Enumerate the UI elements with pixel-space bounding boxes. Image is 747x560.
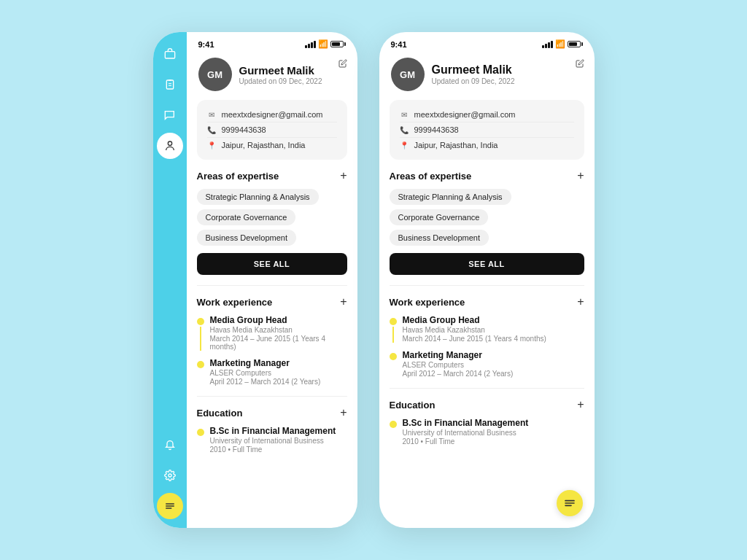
sidebar-bottom [157, 432, 183, 519]
fab-button-right[interactable] [557, 490, 583, 516]
signal-bar-r1 [542, 45, 544, 48]
edu-add-left[interactable]: + [340, 407, 347, 419]
see-all-btn-right[interactable]: SEE ALL [390, 253, 584, 275]
sidebar [153, 32, 187, 528]
phone-right: 9:41 📶 GM Gurm [379, 32, 595, 528]
edu-title-left: Education [197, 408, 243, 419]
exp-dot-col-0-left [197, 315, 204, 351]
main-content-right: 9:41 📶 GM Gurm [379, 32, 595, 528]
exp-line-0-right [392, 327, 394, 343]
svg-rect-1 [166, 80, 173, 89]
exp-duration-1-left: April 2012 – March 2014 (2 Years) [210, 378, 347, 386]
signal-bar-2 [308, 44, 310, 48]
see-all-btn-left[interactable]: SEE ALL [197, 253, 347, 275]
expertise-section-right: Areas of expertise + Strategic Planning … [379, 170, 595, 275]
exp-company-1-left: ALSER Computers [210, 369, 347, 377]
battery-icon-right [568, 41, 583, 47]
email-icon-left: ✉ [207, 111, 216, 119]
signal-bar-r4 [551, 41, 553, 48]
edit-icon-right[interactable] [576, 59, 584, 70]
exp-duration-1-right: April 2012 – March 2014 (2 Years) [403, 370, 584, 378]
exp-title-1-right: Marketing Manager [403, 350, 584, 360]
exp-dot-1-left [197, 361, 204, 368]
edu-year-0-right: 2010 • Full Time [403, 438, 529, 446]
edit-icon-left[interactable] [338, 59, 347, 70]
tag-1-left: Corporate Governance [197, 209, 296, 225]
edu-header-left: Education + [197, 407, 347, 419]
tag-2-left: Business Development [197, 230, 297, 246]
edu-item-0-left: B.Sc in Financial Management University … [197, 426, 347, 454]
profile-name-left: Gurmeet Malik [239, 64, 346, 77]
contact-phone-left: 📞 9999443638 [207, 122, 337, 137]
tag-0-left: Strategic Planning & Analysis [197, 189, 319, 205]
edu-section-right: Education + B.Sc in Financial Management… [379, 399, 595, 446]
profile-header-right: GM Gurmeet Malik Updated on 09 Dec, 2022 [379, 52, 595, 100]
expertise-title-right: Areas of expertise [390, 171, 472, 182]
edu-title-right: Education [390, 400, 436, 411]
tag-2-right: Business Development [390, 230, 489, 246]
edu-item-0-right: B.Sc in Financial Management University … [390, 418, 584, 446]
signal-bar-r3 [548, 42, 550, 48]
edu-dot-0-right [390, 421, 397, 428]
sidebar-gear-icon[interactable] [157, 462, 183, 489]
edu-year-0-left: 2010 • Full Time [210, 446, 336, 454]
signal-bar-r2 [545, 44, 547, 48]
exp-title-0-right: Media Group Head [403, 315, 584, 325]
expertise-add-right[interactable]: + [577, 170, 584, 182]
location-icon-left: 📍 [207, 141, 216, 149]
exp-dot-col-1-left [197, 358, 204, 386]
svg-point-4 [168, 141, 171, 145]
signal-icon [305, 41, 316, 48]
exp-title-0-left: Media Group Head [210, 315, 347, 325]
tags-left: Strategic Planning & Analysis Corporate … [197, 189, 347, 246]
work-header-right: Work experience + [390, 296, 584, 308]
sidebar-bell-icon[interactable] [157, 432, 183, 458]
avatar-left: GM [198, 58, 232, 91]
work-title-right: Work experience [390, 297, 465, 308]
battery-icon-left [330, 41, 346, 47]
status-time-right: 9:41 [391, 40, 407, 49]
tag-0-right: Strategic Planning & Analysis [390, 189, 511, 205]
edu-add-right[interactable]: + [577, 399, 584, 411]
sidebar-clipboard-icon[interactable] [157, 71, 183, 98]
sidebar-fab-left[interactable] [157, 493, 183, 519]
status-bar-left: 9:41 📶 [187, 32, 357, 52]
edu-school-0-left: University of International Business [210, 437, 336, 445]
divider-2-right [390, 388, 584, 389]
tag-1-right: Corporate Governance [390, 209, 489, 225]
status-time-left: 9:41 [198, 40, 214, 49]
work-add-left[interactable]: + [340, 296, 347, 308]
profile-name-right: Gurmeet Malik [432, 63, 583, 77]
exp-dot-0-right [390, 318, 397, 325]
profile-header-left: GM Gurmeet Malik Updated on 09 Dec, 2022 [187, 52, 357, 100]
edu-degree-0-right: B.Sc in Financial Management [403, 418, 529, 428]
contact-phone-right: 📞 9999443638 [400, 122, 574, 137]
sidebar-chat-icon[interactable] [157, 102, 183, 128]
contact-email-right: ✉ meextxdesigner@gmail.com [400, 107, 574, 122]
signal-bar-1 [305, 45, 307, 48]
exp-content-0-right: Media Group Head Havas Media Kazakhstan … [403, 315, 584, 343]
contact-email-left: ✉ meextxdesigner@gmail.com [207, 107, 337, 122]
sidebar-person-icon[interactable] [157, 133, 183, 159]
expertise-add-left[interactable]: + [340, 170, 347, 182]
exp-duration-0-right: March 2014 – June 2015 (1 Years 4 months… [403, 335, 584, 343]
exp-content-1-right: Marketing Manager ALSER Computers April … [403, 350, 584, 378]
phone-icon-left: 📞 [207, 126, 216, 134]
exp-duration-0-left: March 2014 – June 2015 (1 Years 4 months… [210, 335, 347, 351]
divider-1-left [197, 285, 347, 286]
sidebar-briefcase-icon[interactable] [157, 41, 183, 67]
work-section-left: Work experience + Media Group Head Havas… [187, 296, 357, 386]
exp-dot-col-1-right [390, 350, 397, 378]
contact-location-right: 📍 Jaipur, Rajasthan, India [400, 137, 574, 152]
expertise-header-right: Areas of expertise + [390, 170, 584, 182]
main-content-left: 9:41 📶 GM Gurm [187, 32, 357, 528]
work-add-right[interactable]: + [577, 296, 584, 308]
work-item-0-left: Media Group Head Havas Media Kazakhstan … [197, 315, 347, 351]
exp-dot-1-right [390, 353, 397, 360]
signal-bar-4 [314, 41, 316, 48]
tags-right: Strategic Planning & Analysis Corporate … [390, 189, 584, 246]
phone-icon-right: 📞 [400, 126, 409, 134]
status-icons-right: 📶 [542, 39, 583, 49]
edu-school-0-right: University of International Business [403, 429, 529, 437]
profile-info-left: Gurmeet Malik Updated on 09 Dec, 2022 [239, 64, 346, 85]
